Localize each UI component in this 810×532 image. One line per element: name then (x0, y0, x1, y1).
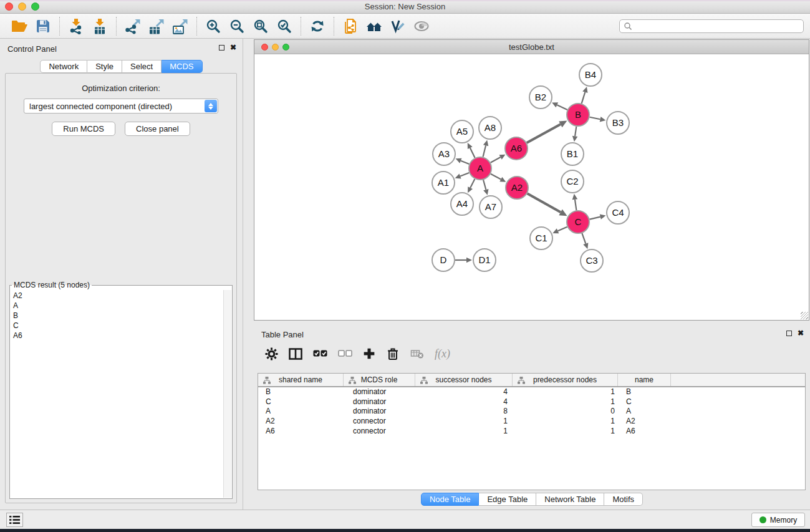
mcds-result-title: MCDS result (5 nodes) (12, 281, 92, 289)
network-minimize-button[interactable] (272, 44, 279, 51)
close-panel-button[interactable]: Close panel (125, 122, 190, 136)
close-window-button[interactable] (5, 2, 13, 11)
float-panel-icon[interactable] (219, 45, 224, 51)
graph-edge-C-C2[interactable] (575, 200, 576, 210)
graph-edge-A-A3[interactable] (461, 161, 469, 164)
window-title: Session: New Session (0, 0, 810, 14)
zoom-selected-button[interactable] (272, 16, 296, 37)
deselect-all-button[interactable] (338, 350, 352, 357)
run-mcds-button[interactable]: Run MCDS (52, 122, 115, 136)
table-row[interactable]: Bdominator41B (258, 387, 805, 397)
graph-edge-A-A7[interactable] (483, 180, 486, 190)
mcds-result-scrollbar[interactable] (223, 290, 231, 498)
delete-table-button[interactable] (410, 348, 424, 359)
export-table-button[interactable] (145, 16, 168, 37)
toolbar-separator (116, 17, 117, 36)
graph-edge-B-B1[interactable] (575, 127, 576, 136)
curved-annotation-button[interactable] (386, 16, 410, 37)
graph-edge-arrowhead (483, 189, 488, 195)
optimization-criterion-select[interactable]: largest connected component (directed) (24, 99, 218, 114)
delete-column-button[interactable] (386, 347, 400, 360)
clone-network-button[interactable] (339, 16, 362, 37)
table-row[interactable]: Cdominator41C (258, 397, 805, 407)
graph-edge-A-A4[interactable] (470, 179, 475, 188)
fullscreen-window-button[interactable] (31, 2, 39, 11)
graph-edge-B-B4[interactable] (582, 92, 586, 104)
window-titlebar[interactable]: Session: New Session (0, 0, 810, 14)
minimize-window-button[interactable] (18, 2, 26, 11)
graph-edge-A2-C[interactable] (528, 193, 561, 212)
graph-edge-C-C1[interactable] (558, 227, 567, 231)
tab-network[interactable]: Network (40, 60, 87, 73)
node-table[interactable]: shared nameMCDS rolesuccessor nodesprede… (258, 373, 806, 490)
mcds-result-item[interactable]: C (10, 321, 222, 331)
tab-node-table[interactable]: Node Table (421, 493, 480, 506)
network-graph[interactable]: AA1A2A3A4A5A6A7A8BB1B2B3B4CC1C2C3C4DD1 (254, 55, 809, 320)
graph-edge-C-C4[interactable] (589, 217, 600, 220)
column-header[interactable]: MCDS role (344, 374, 415, 386)
control-tabs: NetworkStyleSelectMCDS (0, 60, 243, 73)
column-header[interactable]: shared name (258, 374, 344, 386)
mcds-result-item[interactable]: A2 (10, 291, 222, 301)
open-file-button[interactable] (7, 16, 31, 37)
graph-edge-arrowhead (572, 194, 578, 200)
tab-network-table[interactable]: Network Table (536, 493, 604, 506)
column-header[interactable]: successor nodes (415, 374, 513, 386)
network-window-titlebar[interactable]: testGlobe.txt (254, 40, 809, 54)
zoom-in-button[interactable] (201, 16, 225, 37)
tab-style[interactable]: Style (87, 60, 122, 73)
graph-edge-C-C3[interactable] (582, 233, 586, 244)
column-header[interactable]: predecessor nodes (513, 374, 618, 386)
task-history-button[interactable] (6, 513, 23, 527)
tab-motifs[interactable]: Motifs (604, 493, 643, 506)
memory-button[interactable]: Memory (751, 513, 805, 527)
add-column-button[interactable] (363, 347, 375, 360)
network-maximize-button[interactable] (282, 44, 289, 51)
graph-edge-A-A5[interactable] (470, 148, 475, 158)
table-header-row: shared nameMCDS rolesuccessor nodesprede… (258, 374, 805, 387)
select-all-button[interactable] (313, 350, 327, 357)
tab-select[interactable]: Select (122, 60, 162, 73)
mcds-result-item[interactable]: A6 (10, 331, 222, 341)
tab-edge-table[interactable]: Edge Table (479, 493, 536, 506)
search-input[interactable] (632, 21, 803, 32)
show-hide-button[interactable] (410, 16, 433, 37)
table-row[interactable]: Adominator80A (258, 407, 805, 417)
close-panel-icon[interactable]: ✖ (230, 44, 236, 51)
graph-edge-A-A6[interactable] (491, 157, 501, 163)
zoom-out-button[interactable] (225, 16, 249, 37)
graph-edge-B-B2[interactable] (557, 105, 567, 110)
network-close-button[interactable] (261, 44, 268, 51)
network-canvas[interactable]: AA1A2A3A4A5A6A7A8BB1B2B3B4CC1C2C3C4DD1 (254, 55, 809, 320)
zoom-selected-icon (277, 19, 292, 34)
tab-mcds[interactable]: MCDS (162, 60, 202, 73)
graph-edge-B-B3[interactable] (590, 117, 600, 119)
zoom-fit-button[interactable] (249, 16, 272, 37)
mcds-result-item[interactable]: B (10, 311, 222, 321)
import-network-button[interactable] (64, 16, 88, 37)
graph-edge-A-A2[interactable] (491, 174, 501, 180)
graph-edge-A-A8[interactable] (483, 145, 486, 157)
import-table-button[interactable] (88, 16, 112, 37)
graph-edge-A-A1[interactable] (460, 173, 469, 177)
table-row[interactable]: A6connector11A6 (258, 427, 805, 437)
graph-edge-A6-B[interactable] (527, 124, 561, 143)
table-settings-button[interactable] (265, 347, 278, 360)
table-cell: A2 (258, 417, 344, 427)
float-panel-icon[interactable] (786, 331, 792, 336)
mcds-result-item[interactable]: A (10, 301, 222, 311)
close-panel-icon[interactable]: ✖ (798, 330, 804, 337)
split-panes-button[interactable] (289, 348, 302, 360)
column-header[interactable]: name (618, 374, 671, 386)
function-builder-button[interactable]: f(x) (435, 347, 450, 360)
table-cell: B (258, 387, 344, 397)
search-box[interactable] (619, 19, 804, 33)
save-session-button[interactable] (31, 16, 55, 37)
graph-node-label: A6 (511, 143, 522, 153)
table-row[interactable]: A2connector11A2 (258, 417, 805, 427)
export-image-button[interactable] (168, 16, 192, 37)
export-network-button[interactable] (121, 16, 145, 37)
window-resize-grip[interactable] (801, 312, 808, 319)
reset-home-button[interactable] (362, 16, 386, 37)
refresh-view-button[interactable] (306, 16, 329, 37)
